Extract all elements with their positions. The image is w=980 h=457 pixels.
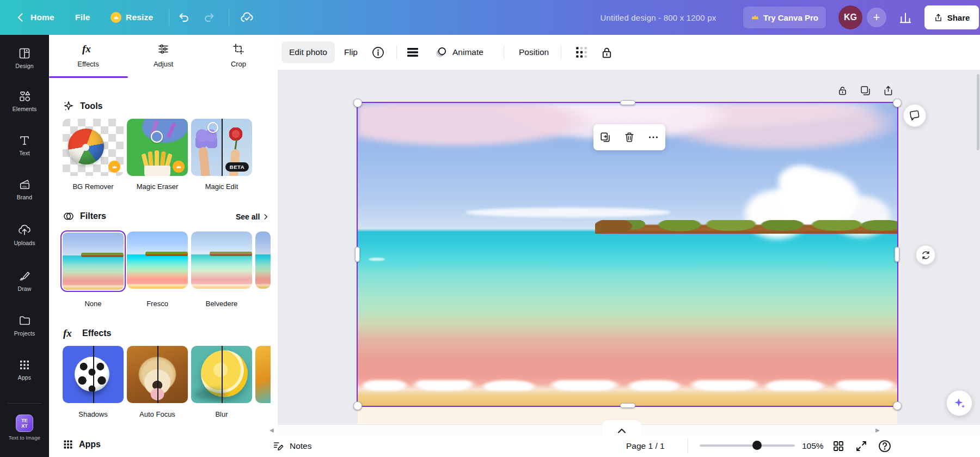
- scroll-left-arrow[interactable]: ◀: [270, 427, 274, 433]
- grid-view-button[interactable]: [832, 440, 845, 453]
- try-canva-pro-button[interactable]: Try Canva Pro: [743, 7, 826, 28]
- tab-crop[interactable]: Crop: [206, 42, 271, 68]
- sidebar-item-elements[interactable]: Elements: [0, 89, 49, 112]
- resize-handle-left[interactable]: [355, 247, 360, 262]
- resize-handle-top-left[interactable]: [353, 99, 362, 107]
- redo-button[interactable]: [203, 0, 216, 35]
- sidebar-item-uploads[interactable]: Uploads: [0, 223, 49, 246]
- tool-card-magic-edit[interactable]: BETA: [191, 119, 252, 176]
- filter-thumb-partial[interactable]: [255, 231, 271, 289]
- fx-icon: fx: [81, 42, 95, 56]
- collapse-bottom-tab[interactable]: [602, 420, 642, 435]
- resize-label: Resize: [126, 13, 153, 22]
- apps-section-header: Apps: [63, 439, 101, 450]
- home-button[interactable]: Home: [30, 0, 54, 35]
- sidebar-rail: Design Elements Text co₂ Brand: [0, 35, 49, 457]
- edit-photo-label: Edit photo: [289, 47, 327, 57]
- flip-button[interactable]: Flip: [344, 35, 358, 70]
- filter-thumb-none[interactable]: [60, 230, 126, 292]
- back-home-chevron[interactable]: [15, 0, 26, 35]
- sidebar-label: Text to Image: [9, 435, 40, 441]
- sliders-icon: [157, 42, 170, 56]
- filter-thumb-fresco[interactable]: [127, 231, 188, 289]
- sidebar-item-draw[interactable]: Draw: [0, 269, 49, 292]
- sidebar-label: Design: [15, 63, 33, 69]
- expand-icon: [855, 440, 868, 453]
- undo-button[interactable]: [177, 0, 191, 35]
- duplicate-page-button[interactable]: [857, 83, 873, 98]
- resize-handle-bottom-right[interactable]: [893, 401, 902, 410]
- filter-thumb-belvedere[interactable]: [191, 231, 252, 289]
- resize-button[interactable]: Resize: [111, 0, 153, 35]
- zoom-percent[interactable]: 105%: [802, 435, 824, 457]
- info-button[interactable]: [371, 35, 385, 70]
- canvas-area[interactable]: [278, 70, 980, 457]
- tool-card-bg-remover[interactable]: [63, 119, 124, 176]
- effect-card-partial[interactable]: [255, 346, 271, 403]
- zoom-slider-track[interactable]: [700, 444, 795, 447]
- sidebar-label: Brand: [17, 194, 33, 200]
- share-button[interactable]: Share: [924, 5, 979, 29]
- resize-handle-bottom[interactable]: [620, 403, 635, 408]
- sidebar-item-brand[interactable]: co₂ Brand: [0, 178, 49, 200]
- position-button[interactable]: Position: [519, 35, 549, 70]
- sidebar-item-text-to-image[interactable]: TEXT Text to Image: [0, 415, 49, 441]
- canva-editor: Home File Resize Untitled design - 800 x…: [0, 0, 980, 457]
- insights-button[interactable]: [898, 0, 912, 35]
- export-element-button[interactable]: [880, 83, 896, 98]
- animate-icon: [434, 46, 448, 59]
- save-status-button[interactable]: [240, 0, 255, 35]
- lock-element-button[interactable]: [835, 83, 850, 98]
- delete-button[interactable]: [620, 128, 639, 147]
- canvas-vertical-scrollbar[interactable]: [977, 74, 979, 150]
- resize-handle-bottom-left[interactable]: [353, 401, 362, 410]
- scroll-right-arrow[interactable]: ▶: [875, 427, 880, 433]
- notes-label: Notes: [290, 441, 312, 451]
- filter-preview: [191, 231, 252, 289]
- notes-button[interactable]: Notes: [272, 435, 312, 457]
- rotate-handle-fab[interactable]: [916, 245, 935, 265]
- sidebar-item-text[interactable]: Text: [0, 134, 49, 156]
- sidebar-item-projects[interactable]: Projects: [0, 314, 49, 337]
- edit-photo-button[interactable]: Edit photo: [281, 41, 335, 63]
- effect-card-blur[interactable]: [191, 346, 252, 403]
- soccer-ball-graphic: [75, 357, 109, 392]
- resize-handle-right[interactable]: [895, 247, 899, 262]
- page-indicator[interactable]: Page 1 / 1: [626, 435, 665, 457]
- design-title[interactable]: Untitled design - 800 x 1200 px: [590, 0, 726, 35]
- zoom-slider-thumb[interactable]: [752, 441, 762, 450]
- more-options-button[interactable]: [644, 128, 663, 147]
- chevron-up-icon: [617, 428, 626, 434]
- topbar-separator: [229, 9, 229, 26]
- file-menu-button[interactable]: File: [75, 0, 90, 35]
- tool-card-magic-eraser[interactable]: [127, 119, 188, 176]
- help-button[interactable]: [878, 439, 892, 453]
- resize-handle-top-right[interactable]: [893, 99, 902, 107]
- sidebar-item-apps[interactable]: Apps: [0, 358, 49, 381]
- sidebar-item-design[interactable]: Design: [0, 47, 49, 69]
- sidebar-label: Projects: [14, 330, 35, 337]
- assistant-fab[interactable]: [946, 390, 972, 416]
- effect-card-shadows[interactable]: [63, 346, 124, 403]
- filters-see-all-link[interactable]: See all: [236, 212, 270, 221]
- layers-button[interactable]: [406, 35, 419, 70]
- animate-button[interactable]: Animate: [434, 35, 483, 70]
- resize-handle-top[interactable]: [620, 100, 635, 105]
- tab-effects[interactable]: fx Effects: [56, 42, 121, 68]
- copy-icon: [860, 85, 871, 96]
- fullscreen-button[interactable]: [855, 440, 868, 453]
- tab-adjust[interactable]: Adjust: [131, 42, 196, 68]
- avatar[interactable]: KG: [838, 5, 862, 29]
- filters-section-header: Filters: [63, 210, 106, 222]
- transparency-button[interactable]: [574, 35, 589, 70]
- text-icon: [18, 134, 31, 147]
- brand-icon: co₂: [18, 178, 32, 191]
- wave-foam: [358, 380, 897, 391]
- add-member-button[interactable]: +: [867, 8, 886, 27]
- comment-fab[interactable]: [902, 102, 927, 128]
- duplicate-button[interactable]: [596, 128, 615, 147]
- lock-button[interactable]: [600, 35, 614, 70]
- effect-card-auto-focus[interactable]: [127, 346, 188, 403]
- lock-open-icon: [837, 85, 848, 96]
- crown-badge: [108, 161, 120, 173]
